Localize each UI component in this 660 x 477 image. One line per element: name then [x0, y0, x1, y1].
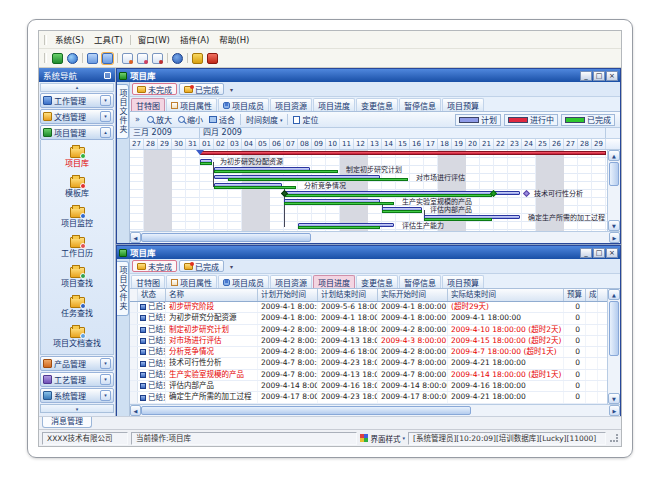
message-tab[interactable]: 消息管理: [42, 417, 92, 428]
view-tab-7[interactable]: 项目预算: [442, 275, 484, 288]
view-tab-4[interactable]: 项目进度: [313, 275, 355, 288]
table-row[interactable]: 已结束对市场进行评估2009-4-2 8:00:002009-4-13 18:0…: [130, 336, 607, 347]
sidebar-item-2[interactable]: 项目监控: [41, 202, 113, 232]
sidebar-group-2[interactable]: 项目管理▴: [40, 125, 114, 140]
actual-bar[interactable]: [424, 218, 492, 221]
view-tab-7[interactable]: 项目预算: [442, 98, 484, 111]
folder-tabs-more-button[interactable]: ▾: [226, 86, 237, 93]
table-row[interactable]: 已结束为初步研究分配资源2009-4-1 8:00:002009-4-1 18:…: [130, 313, 607, 324]
scroll-right-arrow[interactable]: ▶: [609, 405, 620, 416]
view-tab-6[interactable]: 暂停信息: [399, 98, 441, 111]
folder-tab-0[interactable]: 未完成: [132, 260, 177, 272]
expand-arrow-icon[interactable]: ▾: [100, 374, 111, 385]
actual-bar[interactable]: [298, 226, 380, 229]
view-tab-5[interactable]: 变更信息: [356, 98, 398, 111]
zoom-out-button[interactable]: 缩小: [176, 113, 205, 126]
scroll-thumb[interactable]: [609, 162, 619, 186]
column-header-0[interactable]: 状态: [138, 289, 166, 301]
restore-button[interactable]: □: [593, 248, 605, 258]
sidebar-item-4[interactable]: 项目查找: [41, 262, 113, 292]
close-button[interactable]: ×: [606, 248, 618, 258]
lock-icon[interactable]: [192, 53, 203, 64]
scroll-thumb[interactable]: [141, 406, 471, 415]
actual-bar[interactable]: [214, 170, 338, 173]
sidebar-collapse-button[interactable]: ▴: [40, 83, 114, 92]
sidebar-group-3[interactable]: 产品管理▾: [40, 356, 114, 371]
sidebar-item-1[interactable]: 模板库: [41, 172, 113, 202]
window-titlebar[interactable]: 项目库_□×: [117, 246, 620, 259]
sidebar-item-6[interactable]: 项目文档查找: [41, 322, 113, 352]
scroll-up-arrow[interactable]: ▲: [608, 150, 620, 161]
zoom-in-button[interactable]: 放大: [145, 113, 174, 126]
view-tab-0[interactable]: 甘特图: [131, 275, 165, 288]
doc-delete-icon[interactable]: [152, 53, 163, 64]
actual-bar[interactable]: [228, 178, 408, 181]
table-hscrollbar[interactable]: ◀▶: [130, 404, 620, 416]
scroll-left-arrow[interactable]: ◀: [130, 232, 141, 243]
scroll-left-arrow[interactable]: ◀: [130, 405, 141, 416]
column-header-1[interactable]: 名称: [166, 289, 258, 301]
sidebar-group-4[interactable]: 工艺管理▾: [40, 372, 114, 387]
summary-bar[interactable]: [200, 151, 606, 155]
folder-side-tab[interactable]: 项目文件夹: [117, 84, 129, 139]
actual-bar[interactable]: [284, 194, 492, 197]
expand-arrow-icon[interactable]: ▾: [100, 111, 111, 122]
expand-arrow-icon[interactable]: ▾: [100, 358, 111, 369]
scroll-thumb[interactable]: [609, 301, 619, 356]
doc-new-icon[interactable]: [122, 53, 133, 64]
folder-open-icon[interactable]: [87, 53, 98, 64]
save-icon[interactable]: [102, 53, 113, 64]
help-icon[interactable]: [172, 53, 183, 64]
scroll-down-arrow[interactable]: ▼: [608, 393, 620, 404]
folder-tabs-more-button[interactable]: ▾: [226, 263, 237, 270]
minimize-button[interactable]: _: [580, 248, 592, 258]
sidebar-item-0[interactable]: 项目库: [41, 142, 113, 172]
gantt-vscrollbar[interactable]: ▲▼: [607, 150, 620, 231]
expand-arrow-icon[interactable]: ▾: [100, 95, 111, 106]
sidebar-overflow-button[interactable]: ▾: [40, 404, 114, 413]
menu-item-0[interactable]: 系统(S): [50, 32, 89, 48]
sidebar-group-1[interactable]: 文档管理▾: [40, 109, 114, 124]
view-tab-2[interactable]: 项目成员: [218, 98, 269, 111]
menu-item-3[interactable]: 插件(A): [175, 32, 214, 48]
column-header-2[interactable]: 计划开始时间: [258, 289, 318, 301]
toolbar-overflow-chevron[interactable]: »: [132, 115, 143, 124]
view-tab-2[interactable]: 项目成员: [218, 275, 269, 288]
table-row[interactable]: 已结束制定初步研究计划2009-4-2 8:00:002009-4-8 18:0…: [130, 325, 607, 336]
scroll-down-arrow[interactable]: ▼: [608, 220, 620, 231]
actual-bar[interactable]: [284, 202, 394, 205]
view-tab-3[interactable]: 项目资源: [270, 98, 312, 111]
scroll-up-arrow[interactable]: ▲: [608, 289, 620, 300]
table-row[interactable]: 已结束技术可行性分析2009-4-7 8:00:002009-4-23 18:0…: [130, 358, 607, 369]
menu-item-2[interactable]: 窗口(W): [133, 32, 175, 48]
sidebar-group-5[interactable]: 系统管理▾: [40, 388, 114, 403]
menu-item-4[interactable]: 帮助(H): [214, 32, 254, 48]
folder-tab-0[interactable]: 未完成: [132, 83, 177, 95]
gantt-hscrollbar[interactable]: ◀▶: [130, 231, 620, 243]
window-titlebar[interactable]: 项目库_□×: [117, 69, 620, 82]
scroll-right-arrow[interactable]: ▶: [609, 232, 620, 243]
monitor-icon[interactable]: [52, 53, 63, 64]
actual-bar[interactable]: [382, 210, 422, 213]
view-tab-6[interactable]: 暂停信息: [399, 275, 441, 288]
ui-style-button[interactable]: 界面样式▾: [360, 433, 405, 444]
view-tab-0[interactable]: 甘特图: [131, 98, 165, 111]
sidebar-item-5[interactable]: 任务查找: [41, 292, 113, 322]
column-header-4[interactable]: 实际开始时间: [378, 289, 448, 301]
sidebar-item-3[interactable]: 工作日历: [41, 232, 113, 262]
view-tab-1[interactable]: 项目属性: [166, 275, 217, 288]
view-tab-3[interactable]: 项目资源: [270, 275, 312, 288]
folder-tab-1[interactable]: 已完成: [179, 260, 224, 272]
close-button[interactable]: ×: [606, 71, 618, 81]
folder-tab-1[interactable]: 已完成: [179, 83, 224, 95]
table-vscrollbar[interactable]: ▲▼: [607, 289, 620, 404]
doc-check-icon[interactable]: [137, 53, 148, 64]
locate-button[interactable]: 定位: [291, 113, 320, 126]
column-header-3[interactable]: 计划结束时间: [318, 289, 378, 301]
column-header-7[interactable]: 成: [586, 289, 598, 301]
globe-icon[interactable]: [67, 53, 78, 64]
view-tab-4[interactable]: 项目进度: [313, 98, 355, 111]
pin-icon[interactable]: [104, 72, 111, 79]
column-header-6[interactable]: 预算: [564, 289, 586, 301]
scroll-thumb[interactable]: [141, 233, 311, 242]
